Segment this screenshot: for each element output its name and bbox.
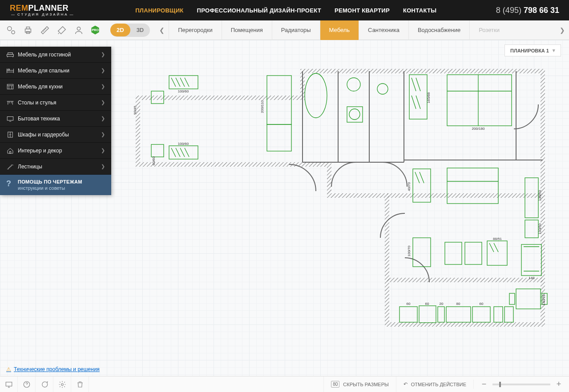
undo-label: ОТМЕНИТЬ ДЕЙСТВИЕ [411,382,466,387]
sidebar-item-bedroom[interactable]: Мебель для спальни ❯ [0,63,111,79]
sidebar-item-appliances[interactable]: Бытовая техника ❯ [0,111,111,127]
svg-rect-27 [267,124,291,151]
view-2d[interactable]: 2D [110,24,130,36]
svg-rect-2 [25,29,31,32]
sidebar-item-label: Бытовая техника [18,116,60,122]
phone-number: 8 (495) 798 66 31 [496,6,559,15]
logo-subtitle: СТУДИЯ ДИЗАЙНА [10,13,76,16]
canvas[interactable]: ПЛАНИРОВКА 1 ▾ Мебель для гостиной ❯ Меб… [0,40,569,376]
logo-text: REMPLANNER [10,4,76,12]
svg-text:165/68: 165/68 [427,92,431,103]
svg-point-5 [77,27,80,30]
plan-selector-label: ПЛАНИРОВКА 1 [510,48,549,53]
chevron-right-icon: ❯ [101,148,105,153]
svg-text:140: 140 [529,276,535,280]
tab-plumbing[interactable]: Сантехника [359,20,408,40]
nav-planner[interactable]: ПЛАНИРОВЩИК [135,7,183,14]
sidebar-item-kitchen[interactable]: Мебель для кухни ❯ [0,79,111,95]
svg-rect-73 [6,382,12,386]
svg-point-32 [377,84,388,94]
top-nav: REMPLANNER СТУДИЯ ДИЗАЙНА ПЛАНИРОВЩИК ПР… [0,0,569,20]
wardrobe-icon [6,131,18,138]
tab-water-supply[interactable]: Водоснабжение [408,20,469,40]
sidebar-help[interactable]: ? ПОМОЩЬ ПО ЧЕРТЕЖАМ инструкции и советы [0,175,111,195]
gear-icon[interactable] [53,376,71,392]
svg-rect-40 [445,242,462,264]
svg-rect-24 [151,144,164,157]
toggle-dimensions-button[interactable]: 80 СКРЫТЬ РАЗМЕРЫ [323,376,396,392]
svg-point-31 [349,109,360,120]
pro-badge[interactable]: PRO [91,26,100,35]
sidebar-item-decor[interactable]: Интерьер и декор ❯ [0,143,111,159]
view-toggle: 2D 3D [110,24,150,37]
logo[interactable]: REMPLANNER СТУДИЯ ДИЗАЙНА [10,4,76,16]
ruler-icon[interactable] [40,25,50,35]
sidebar-item-wardrobes[interactable]: Шкафы и гардеробы ❯ [0,127,111,143]
sidebar-item-label: Интерьер и декор [18,148,62,154]
help-icon[interactable] [18,376,36,392]
zoom-out-button[interactable]: − [480,380,488,389]
help-subtitle: инструкции и советы [18,185,82,191]
tabs-scroll-right-icon[interactable]: ❯ [556,20,569,40]
svg-rect-50 [446,307,471,322]
svg-text:200/180: 200/180 [472,127,485,131]
svg-rect-3 [26,27,29,29]
chevron-right-icon: ❯ [101,164,105,169]
kitchen-icon [6,83,18,90]
nav-renovation[interactable]: РЕМОНТ КВАРТИР [335,7,390,14]
tab-strip: ❮ Перегородки Помещения Радиаторы Мебель… [155,20,569,40]
chevron-right-icon: ❯ [101,52,105,57]
svg-point-1 [12,30,15,33]
svg-point-75 [61,383,63,385]
chat-icon[interactable] [36,376,53,392]
tab-radiators[interactable]: Радиаторы [272,20,320,40]
sidebar-item-label: Мебель для спальни [18,68,69,74]
tabs-scroll-left-icon[interactable]: ❮ [155,20,169,40]
svg-rect-9 [8,69,10,70]
view-3d[interactable]: 3D [130,24,150,36]
svg-text:60/60: 60/60 [152,156,156,165]
technical-issues-link[interactable]: ⚠ Технические проблемы и решения [6,366,100,372]
nav-design-project[interactable]: ПРОФЕССИОНАЛЬНЫЙ ДИЗАЙН-ПРОЕКТ [197,7,321,14]
svg-rect-6 [7,54,14,56]
toolbar: PRO 2D 3D ❮ Перегородки Помещения Радиат… [0,20,569,40]
tab-furniture[interactable]: Мебель [320,20,359,40]
plan-selector[interactable]: ПЛАНИРОВКА 1 ▾ [504,44,561,56]
nav-contacts[interactable]: КОНТАКТЫ [403,7,436,14]
sidebar-item-tables[interactable]: Столы и стулья ❯ [0,95,111,111]
tab-walls[interactable]: Перегородки [169,20,221,40]
tab-rooms[interactable]: Помещения [222,20,272,40]
undo-button[interactable]: ↶ ОТМЕНИТЬ ДЕЙСТВИЕ [396,376,473,392]
svg-rect-48 [419,306,436,323]
svg-text:80: 80 [456,302,460,306]
svg-text:140/78: 140/78 [542,294,546,305]
svg-rect-34 [447,75,512,126]
tab-sockets[interactable]: Розетки [469,20,508,40]
svg-rect-11 [7,116,13,120]
chevron-down-icon: ▾ [553,48,555,53]
tools-icon[interactable] [57,25,67,35]
print-icon[interactable] [23,25,33,35]
screen-icon[interactable] [0,376,18,392]
svg-rect-13 [10,151,11,153]
warning-icon: ⚠ [6,366,11,372]
svg-rect-52 [494,307,503,322]
zoom-in-button[interactable]: + [555,380,563,389]
sidebar-item-stairs[interactable]: Лестницы ❯ [0,159,111,175]
bottom-bar: 80 СКРЫТЬ РАЗМЕРЫ ↶ ОТМЕНИТЬ ДЕЙСТВИЕ − … [0,376,569,392]
svg-text:100/60: 100/60 [178,89,189,93]
settings-icon[interactable] [6,25,16,35]
person-icon[interactable] [74,25,84,35]
svg-rect-39 [413,238,431,267]
svg-text:135/50: 135/50 [538,190,542,201]
svg-rect-38 [525,220,538,238]
svg-point-29 [347,78,360,91]
trash-icon[interactable] [71,376,89,392]
sidebar-item-living-room[interactable]: Мебель для гостиной ❯ [0,47,111,63]
chevron-right-icon: ❯ [101,100,105,105]
floorplan-drawing[interactable]: 100/60 100/60 200/110 90/45 60/60 165/68… [133,67,556,351]
zoom-slider[interactable] [492,384,550,385]
tool-icons: PRO [0,25,106,35]
svg-text:130/50: 130/50 [538,223,542,234]
sidebar-item-label: Столы и стулья [18,100,56,106]
